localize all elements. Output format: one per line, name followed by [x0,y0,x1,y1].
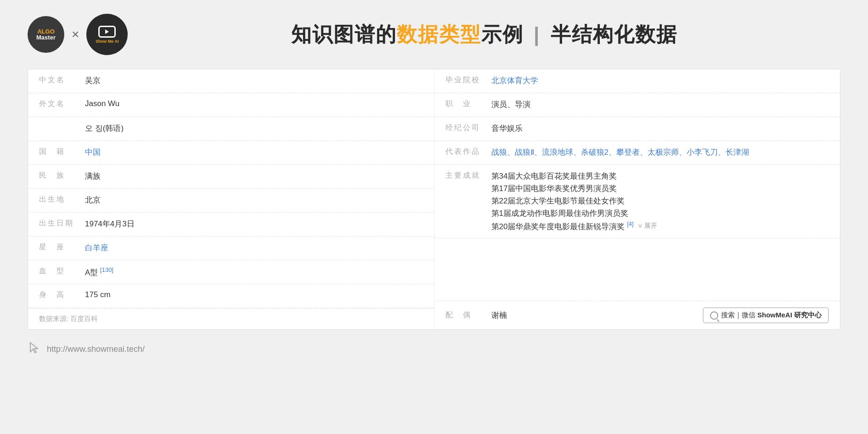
label-chengjiu: 主要成就 [445,171,491,181]
search-icon-wrapper [710,311,718,320]
right-column: 毕业院校 北京体育大学 职 业 演员、导演 经纪公司 音华娱乐 代表作品 战狼、… [434,69,840,329]
label-xuexing: 血 型 [39,266,85,276]
label-biye: 毕业院校 [445,75,491,85]
value-zhongwenming: 吴京 [85,75,423,86]
showme-logo: Show Me AI [86,14,128,55]
row-jingji: 经纪公司 音华娱乐 [434,117,840,141]
label-guoji: 国 籍 [39,147,85,157]
search-label: 搜索｜微信 ShowMeAI 研究中心 [721,311,822,320]
label-minzu: 民 族 [39,171,85,180]
value-guoji: 中国 [85,147,423,158]
row-daibiao: 代表作品 战狼、战狼Ⅱ、流浪地球、杀破狼2、攀登者、太极宗师、小李飞刀、长津湖 [434,141,840,165]
source-row: 数据来源: 百度百科 [28,308,434,329]
value-jingji: 音华娱乐 [491,123,829,134]
label-peiou: 配 偶 [445,310,491,320]
title-part2: 示例 [481,23,524,45]
row-zhiye: 职 业 演员、导演 [434,93,840,117]
row-zhongwenming: 中文名 吴京 [28,69,434,93]
row-korean: 오 징(韩语) [28,117,434,141]
cursor-icon [28,341,41,358]
title-part1: 知识图谱的 [291,23,397,45]
chengjiu-row5: 第20届华鼎奖年度电影最佳新锐导演奖 [4] ∨ 展开 [445,220,658,232]
page-title: 知识图谱的数据类型示例 | 半结构化数据 [128,21,840,48]
value-minzu: 满族 [85,171,423,181]
footer-url: http://www.showmeai.tech/ [47,344,145,354]
title-part3: 半结构化数据 [551,23,677,45]
label-zhiye: 职 业 [445,99,491,109]
value-chengjiu5: 第20届华鼎奖年度电影最佳新锐导演奖 [4] [491,220,634,232]
x-separator: × [72,27,79,42]
ref-130: [130] [100,266,113,273]
source-text: 数据来源: 百度百科 [39,315,98,322]
showme-text: Show Me AI [96,39,118,44]
value-waiwenming: Jason Wu [85,99,423,108]
row-chushengrq: 出生日期 1974年4月3日 [28,213,434,237]
row-waiwenming: 外文名 Jason Wu [28,93,434,117]
value-chengjiu4: 第1届成龙动作电影周最佳动作男演员奖 [491,208,628,219]
chengjiu-row3: 第22届北京大学生电影节最佳处女作奖 [445,196,625,206]
ref-4: [4] [627,220,633,227]
value-chushengdi: 北京 [85,195,423,205]
label-jingji: 经纪公司 [445,123,491,133]
row-guoji: 国 籍 中国 [28,141,434,165]
master-text: Master [36,34,56,40]
two-col-grid: 中文名 吴京 外文名 Jason Wu 오 징(韩语) 国 籍 中国 民 族 满… [28,69,840,329]
value-korean: 오 징(韩语) [85,123,423,134]
label-xingzuo: 星 座 [39,242,85,252]
row-chengjiu: 主要成就 第34届大众电影百花奖最佳男主角奖 第17届中国电影华表奖优秀男演员奖… [434,165,840,238]
value-biye: 北京体育大学 [491,75,829,86]
label-shengao: 身 高 [39,290,85,300]
value-chengjiu2: 第17届中国电影华表奖优秀男演员奖 [491,183,617,194]
row-chushengdi: 出生地 北京 [28,189,434,213]
showme-icon [98,26,116,38]
title-separator: | [527,23,547,45]
algo-master-logo: ALGO Master [28,16,64,53]
value-chushengrq: 1974年4月3日 [85,219,423,229]
search-brand: ShowMeAI 研究中心 [757,311,822,319]
value-chengjiu1: 第34届大众电影百花奖最佳男主角奖 [491,171,617,181]
value-xingzuo: 白羊座 [85,242,423,253]
label-waiwenming: 外文名 [39,99,85,109]
value-daibiao: 战狼、战狼Ⅱ、流浪地球、杀破狼2、攀登者、太极宗师、小李飞刀、长津湖 [491,147,829,158]
showme-label: Show Me AI [96,39,118,44]
search-box[interactable]: 搜索｜微信 ShowMeAI 研究中心 [703,307,829,323]
value-chengjiu3: 第22届北京大学生电影节最佳处女作奖 [491,196,625,206]
row-minzu: 民 族 满族 [28,165,434,189]
row-peiou: 配 偶 谢楠 搜索｜微信 ShowMeAI 研究中心 [434,301,840,329]
left-column: 中文名 吴京 外文名 Jason Wu 오 징(韩语) 国 籍 中国 民 族 满… [28,69,434,329]
expand-button[interactable]: ∨ 展开 [637,222,658,230]
value-xuexing: A型 [130] [85,266,423,278]
page-footer: http://www.showmeai.tech/ [28,341,145,358]
value-zhiye: 演员、导演 [491,99,829,110]
title-orange: 数据类型 [397,23,481,45]
row-xingzuo: 星 座 白羊座 [28,237,434,260]
page-header: ALGO Master × Show Me AI 知识图谱的数据类型示例 | 半… [28,14,840,55]
logo-area: ALGO Master × Show Me AI [28,14,128,55]
label-zhongwenming: 中文名 [39,75,85,85]
search-icon [710,311,718,320]
chengjiu-row1: 主要成就 第34届大众电影百花奖最佳男主角奖 [445,171,617,181]
label-chushengdi: 出生地 [39,195,85,204]
peiou-left: 配 偶 谢楠 [445,310,507,321]
chengjiu-row2: 第17届中国电影华表奖优秀男演员奖 [445,183,617,194]
content-card: 中文名 吴京 外文名 Jason Wu 오 징(韩语) 国 籍 中国 民 族 满… [28,69,840,330]
chengjiu-row4: 第1届成龙动作电影周最佳动作男演员奖 [445,208,628,219]
label-daibiao: 代表作品 [445,147,491,157]
row-biye: 毕业院校 北京体育大学 [434,69,840,93]
row-xuexing: 血 型 A型 [130] [28,260,434,284]
value-shengao: 175 cm [85,290,423,299]
label-chushengrq: 出生日期 [39,219,85,228]
row-shengao: 身 高 175 cm [28,284,434,308]
value-peiou: 谢楠 [491,310,507,321]
